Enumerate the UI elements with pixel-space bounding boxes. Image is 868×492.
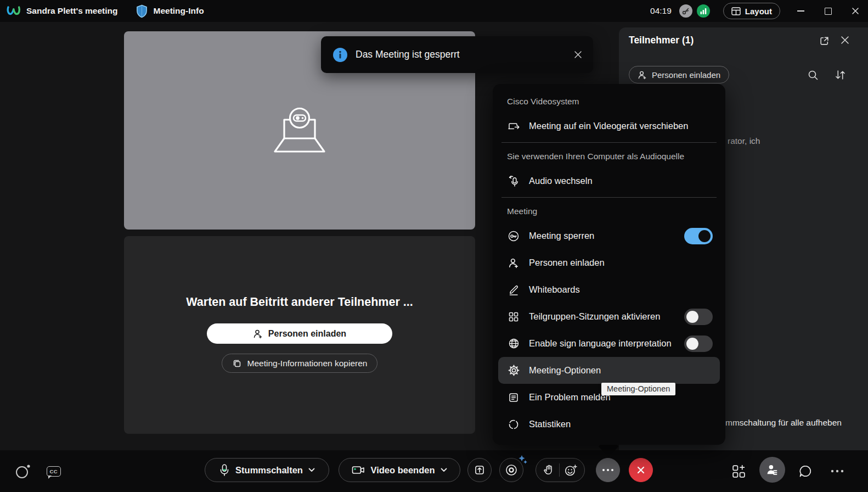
gear-icon [507,365,520,376]
control-bar: CC Stummschalten [0,450,868,492]
copy-meeting-info-label: Meeting-Informationen kopieren [247,359,368,368]
layout-grid-icon [731,7,741,15]
menu-item-sign-language[interactable]: Enable sign language interpretation [493,330,725,357]
search-participants-icon[interactable] [808,70,819,83]
record-button[interactable] [499,458,523,482]
info-icon [333,48,347,62]
minimize-button[interactable] [792,3,809,19]
network-quality-badge-icon[interactable] [697,4,710,18]
camera-icon [352,465,365,475]
menu-item-label: Personen einladen [529,258,605,268]
menu-item-switch-audio[interactable]: Audio wechseln [493,167,725,194]
mute-button[interactable]: Stummschalten [205,458,329,482]
invite-people-label: Personen einladen [268,329,346,339]
menu-item-label: Whiteboards [529,284,580,295]
person-add-icon [507,258,520,269]
switch-audio-icon [507,175,520,187]
toast-close-icon[interactable] [574,51,582,59]
maximize-button[interactable] [820,3,836,19]
chat-icon[interactable] [798,450,813,492]
sign-language-toggle[interactable] [684,336,713,352]
webex-meeting-window: Sandra Plett's meeting Meeting-Info 04:1… [0,0,868,492]
layout-button[interactable]: Layout [723,3,780,19]
stop-video-button[interactable]: Video beenden [339,458,460,482]
more-options-button[interactable] [596,458,620,482]
meeting-options-tooltip: Meeting-Optionen [601,383,675,395]
share-screen-icon [474,464,486,476]
menu-item-label: Enable sign language interpretation [529,338,672,349]
copy-icon [232,359,242,368]
statistics-icon [507,419,520,430]
globe-icon [507,338,520,349]
raise-hand-icon[interactable] [543,465,559,476]
menu-divider [501,142,717,143]
person-add-icon [253,329,263,339]
participants-panel-title: Teilnehmer (1) [629,35,694,46]
lock-meeting-toggle[interactable] [684,228,713,244]
popout-panel-icon[interactable] [819,36,830,48]
menu-item-whiteboards[interactable]: Whiteboards [493,276,725,303]
breakout-grid-icon [507,311,520,322]
toast-message: Das Meeting ist gesperrt [356,49,460,60]
panel-invite-people-button[interactable]: Personen einladen [629,66,729,83]
menu-item-label: Meeting-Optionen [529,365,601,376]
participants-button-active[interactable] [759,457,785,483]
menu-item-label: Audio wechseln [529,176,593,186]
menu-item-label: Ein Problem melden [529,392,611,402]
menu-section-header: Cisco Videosystem [493,91,725,113]
close-panel-icon[interactable] [841,36,849,47]
menu-item-move-to-video-device[interactable]: Meeting auf ein Videogerät verschieben [493,113,725,139]
move-to-video-device-icon [507,121,520,132]
lock-key-badge-icon[interactable] [679,4,692,18]
meeting-locked-toast: Das Meeting ist gesperrt [321,36,593,73]
menu-item-label: Teilgruppen-Sitzungen aktivieren [529,311,660,322]
panel-invite-people-label: Personen einladen [652,70,720,80]
meeting-title: Sandra Plett's meeting [26,6,117,16]
share-screen-button[interactable] [467,458,492,482]
leave-meeting-button[interactable] [629,458,653,482]
closed-captions-icon[interactable]: CC [47,450,61,492]
chevron-down-icon[interactable] [308,468,315,472]
meeting-timer: 04:19 [650,6,672,16]
waiting-title: Warten auf Beitritt anderer Teilnehmer .… [186,295,413,309]
report-problem-icon [507,392,520,403]
chevron-down-icon[interactable] [441,468,447,472]
more-panels-icon[interactable] [831,450,844,492]
copy-meeting-info-button[interactable]: Meeting-Informationen kopieren [222,354,378,373]
record-indicator-icon[interactable] [14,450,31,492]
waiting-card: Warten auf Beitritt anderer Teilnehmer .… [124,236,475,434]
ai-sparkles-icon [515,455,528,469]
lock-meeting-icon [507,230,520,242]
menu-item-breakout-sessions[interactable]: Teilgruppen-Sitzungen aktivieren [493,303,725,330]
apps-icon[interactable] [731,450,746,492]
sort-participants-icon[interactable] [835,70,846,82]
breakout-sessions-toggle[interactable] [684,309,713,325]
menu-item-label: Meeting auf ein Videogerät verschieben [529,121,688,131]
stop-video-button-label: Video beenden [370,465,435,476]
menu-item-label: Meeting sperren [529,231,594,241]
webex-logo-icon [7,5,21,17]
shield-icon [136,4,148,18]
mute-button-label: Stummschalten [235,465,303,476]
microphone-icon [219,464,230,476]
closed-captions-label: CC [47,466,61,477]
whiteboard-pen-icon [507,284,520,295]
unmute-all-button[interactable]: mmschaltung für alle aufheben [725,418,842,428]
invite-people-button[interactable]: Personen einladen [207,323,392,344]
menu-divider [501,197,717,198]
reactions-icon[interactable] [560,465,578,476]
person-add-icon [638,70,647,80]
menu-item-statistics[interactable]: Statistiken [493,411,725,438]
menu-item-meeting-options[interactable]: Meeting-Optionen [498,357,720,384]
camera-placeholder-icon [268,103,331,158]
participant-role-text: rator, ich [728,136,760,146]
reactions-group [536,458,585,482]
menu-section-header: Meeting [493,200,725,222]
layout-button-label: Layout [745,7,772,16]
menu-item-lock-meeting[interactable]: Meeting sperren [493,222,725,249]
menu-item-invite-people[interactable]: Personen einladen [493,249,725,276]
close-window-button[interactable] [847,3,864,19]
menu-section-header: Sie verwenden Ihren Computer als Audioqu… [493,146,725,167]
meeting-info-tab[interactable]: Meeting-Info [153,6,204,16]
titlebar: Sandra Plett's meeting Meeting-Info 04:1… [0,0,868,22]
